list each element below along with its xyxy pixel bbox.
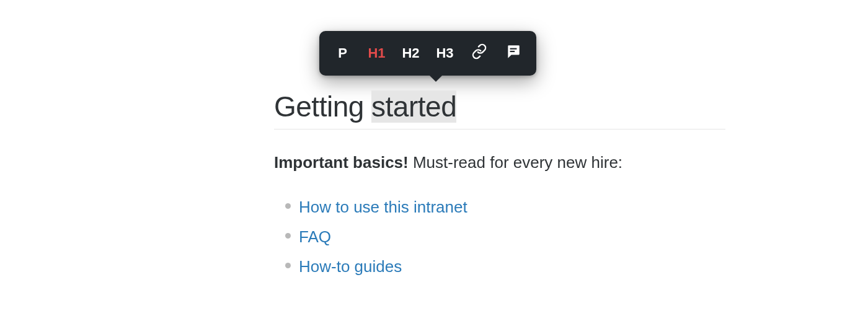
list-item: FAQ (299, 222, 725, 252)
link-how-to-use[interactable]: How to use this intranet (299, 198, 467, 216)
intro-bold: Important basics! (274, 153, 409, 172)
heading-prefix: Getting (274, 90, 371, 123)
intro-paragraph[interactable]: Important basics! Must-read for every ne… (274, 152, 725, 173)
link-button[interactable] (462, 31, 496, 76)
formatting-toolbar: P H1 H2 H3 (319, 31, 536, 76)
list-item: How-to guides (299, 252, 725, 281)
paragraph-button[interactable]: P (326, 31, 360, 76)
heading1-button[interactable]: H1 (360, 31, 394, 76)
heading-wrap: Getting started (274, 90, 725, 129)
link-how-to-guides[interactable]: How-to guides (299, 257, 402, 276)
svg-rect-1 (510, 51, 515, 52)
link-faq[interactable]: FAQ (299, 227, 331, 246)
comment-icon (505, 43, 521, 63)
heading2-button[interactable]: H2 (394, 31, 428, 76)
svg-rect-0 (510, 48, 516, 50)
heading3-button[interactable]: H3 (428, 31, 462, 76)
comment-button[interactable] (496, 31, 530, 76)
page-title[interactable]: Getting started (274, 90, 725, 124)
list-item: How to use this intranet (299, 192, 725, 222)
links-list: How to use this intranet FAQ How-to guid… (274, 192, 725, 281)
link-icon (471, 43, 487, 63)
document-content[interactable]: Getting started Important basics! Must-r… (274, 90, 725, 282)
heading-selection: started (371, 90, 456, 123)
intro-rest: Must-read for every new hire: (409, 153, 622, 172)
